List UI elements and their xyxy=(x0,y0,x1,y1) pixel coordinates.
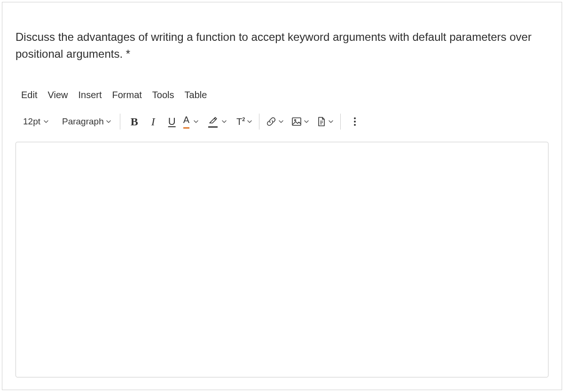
toolbar-divider xyxy=(259,114,259,130)
underline-button[interactable]: U xyxy=(163,112,181,131)
superscript-button[interactable]: T2 xyxy=(235,112,254,131)
image-icon xyxy=(291,117,302,126)
chevron-down-icon xyxy=(43,119,49,124)
chevron-down-icon xyxy=(328,119,334,124)
menu-view[interactable]: View xyxy=(47,90,68,100)
document-button[interactable] xyxy=(315,112,336,131)
svg-point-6 xyxy=(354,121,356,123)
bold-icon: B xyxy=(131,115,138,128)
toolbar-divider xyxy=(340,114,341,130)
chevron-down-icon xyxy=(278,119,284,124)
editor-container: Discuss the advantages of writing a func… xyxy=(2,2,562,390)
chevron-down-icon xyxy=(247,119,252,124)
highlight-button[interactable] xyxy=(206,112,229,131)
svg-rect-0 xyxy=(292,118,301,125)
italic-icon: I xyxy=(151,115,155,128)
superscript-icon: T2 xyxy=(236,116,245,127)
chevron-down-icon xyxy=(304,119,309,124)
font-size-label: 12pt xyxy=(23,116,40,127)
link-icon xyxy=(266,116,276,127)
text-color-icon: A xyxy=(183,115,189,129)
image-button[interactable] xyxy=(290,112,311,131)
menu-tools[interactable]: Tools xyxy=(152,90,174,100)
toolbar: 12pt Paragraph B I U xyxy=(16,110,548,133)
block-format-dropdown[interactable]: Paragraph xyxy=(53,112,115,131)
more-vertical-icon xyxy=(353,116,356,127)
question-text: Discuss the advantages of writing a func… xyxy=(2,2,562,62)
font-size-dropdown[interactable]: 12pt xyxy=(19,112,53,131)
menu-format[interactable]: Format xyxy=(112,90,142,100)
document-icon xyxy=(317,116,326,127)
menu-edit[interactable]: Edit xyxy=(21,90,37,100)
chevron-down-icon xyxy=(221,119,227,124)
svg-point-1 xyxy=(295,120,296,121)
highlight-icon xyxy=(208,116,218,128)
menubar: Edit View Insert Format Tools Table xyxy=(16,90,548,110)
editor-wrap: Edit View Insert Format Tools Table 12pt… xyxy=(2,90,562,377)
chevron-down-icon xyxy=(106,119,111,124)
menu-insert[interactable]: Insert xyxy=(78,90,102,100)
link-button[interactable] xyxy=(264,112,286,131)
svg-point-5 xyxy=(354,117,356,119)
text-color-button[interactable]: A xyxy=(181,112,201,131)
more-button[interactable] xyxy=(345,112,364,131)
toolbar-divider xyxy=(120,114,120,130)
block-format-label: Paragraph xyxy=(62,116,104,127)
menu-table[interactable]: Table xyxy=(185,90,207,100)
chevron-down-icon xyxy=(193,119,199,124)
bold-button[interactable]: B xyxy=(125,112,144,131)
italic-button[interactable]: I xyxy=(144,112,163,131)
svg-point-7 xyxy=(354,124,356,126)
editor-textarea[interactable] xyxy=(16,142,548,377)
underline-icon: U xyxy=(168,115,176,128)
